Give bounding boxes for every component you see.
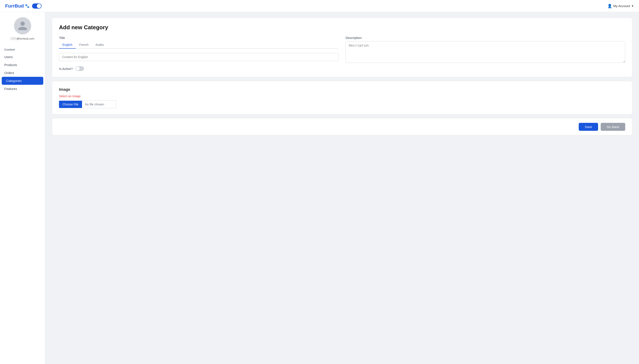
description-group: Description bbox=[346, 36, 625, 63]
is-active-toggle[interactable] bbox=[75, 66, 84, 71]
email-hidden-part: •••••• bbox=[11, 37, 17, 40]
user-email: ••••••@furrbud.com bbox=[11, 37, 35, 40]
go-back-button[interactable]: Go Back bbox=[601, 123, 625, 131]
sidebar-section-content: Content bbox=[0, 46, 45, 53]
nav-left: FurrBud 🐾 bbox=[5, 3, 42, 9]
sidebar-item-users[interactable]: Users bbox=[0, 53, 45, 61]
is-active-row: Is Active? bbox=[59, 66, 625, 71]
logo-text: FurrBud bbox=[5, 3, 24, 9]
is-active-label: Is Active? bbox=[59, 67, 73, 70]
title-input[interactable] bbox=[59, 53, 339, 61]
sidebar-item-orders[interactable]: Orders bbox=[0, 69, 45, 77]
language-tab-bar: English French Arabic bbox=[59, 41, 339, 48]
logo[interactable]: FurrBud 🐾 bbox=[5, 3, 30, 9]
top-navigation: FurrBud 🐾 👤 My Account ▼ bbox=[0, 0, 639, 12]
email-domain: @furrbud.com bbox=[17, 37, 35, 40]
action-card: Save Go Back bbox=[52, 118, 632, 135]
sidebar: ••••••@furrbud.com Content Users Product… bbox=[0, 12, 45, 364]
image-section-title: Image bbox=[59, 87, 625, 92]
account-icon: 👤 bbox=[607, 4, 612, 8]
tab-arabic[interactable]: Arabic bbox=[92, 41, 108, 48]
save-button[interactable]: Save bbox=[579, 123, 598, 131]
title-label: Title bbox=[59, 36, 339, 40]
file-input-row: Choose File No file chosen bbox=[59, 100, 625, 108]
form-grid: Title English French Arabic Description bbox=[59, 36, 625, 63]
theme-toggle[interactable] bbox=[32, 4, 42, 8]
logo-paw-icon: 🐾 bbox=[25, 4, 30, 8]
description-textarea[interactable] bbox=[346, 41, 625, 63]
tab-english[interactable]: English bbox=[59, 41, 76, 48]
tab-french[interactable]: French bbox=[76, 41, 92, 48]
choose-file-button[interactable]: Choose File bbox=[59, 101, 82, 108]
avatar bbox=[14, 17, 31, 34]
sidebar-item-features[interactable]: Features bbox=[0, 85, 45, 93]
main-content: Add new Category Title English French Ar… bbox=[45, 12, 639, 364]
account-label: My Account bbox=[613, 4, 630, 8]
sidebar-item-categories[interactable]: Categories bbox=[2, 77, 43, 85]
sidebar-item-products[interactable]: Products bbox=[0, 61, 45, 69]
chevron-down-icon: ▼ bbox=[631, 4, 634, 8]
title-group: Title English French Arabic bbox=[59, 36, 339, 63]
image-card: Image Select an image Choose File No fil… bbox=[52, 81, 632, 114]
file-name-display: No file chosen bbox=[82, 100, 117, 108]
select-image-text: Select an image bbox=[59, 94, 625, 98]
description-label: Description bbox=[346, 36, 625, 40]
page-title: Add new Category bbox=[59, 24, 625, 31]
title-description-card: Add new Category Title English French Ar… bbox=[52, 18, 632, 77]
app-layout: ••••••@furrbud.com Content Users Product… bbox=[0, 12, 639, 364]
account-menu[interactable]: 👤 My Account ▼ bbox=[607, 4, 634, 8]
